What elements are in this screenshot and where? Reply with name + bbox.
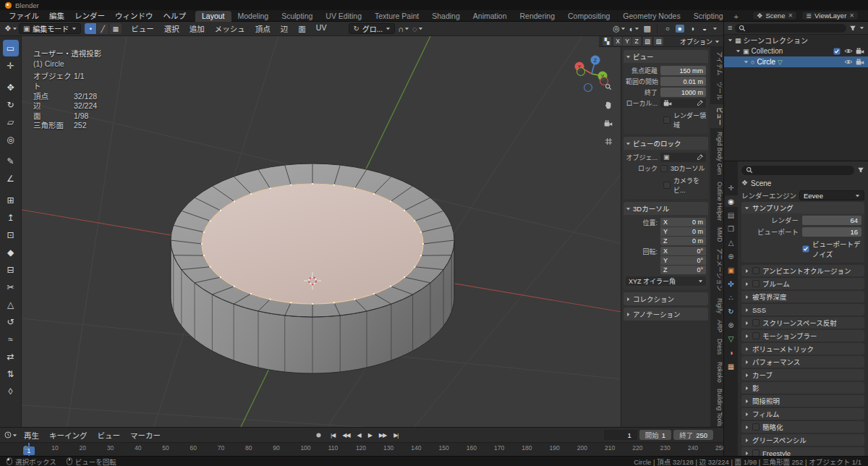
- viewport-menu-0[interactable]: ビュー: [126, 23, 159, 34]
- auto-key-button[interactable]: [315, 432, 322, 439]
- properties-tab-object-data[interactable]: ▽: [725, 333, 738, 344]
- tool-options-dropdown[interactable]: オプション: [680, 37, 720, 46]
- timeline-menu-1[interactable]: キーイング: [44, 430, 93, 441]
- properties-tab-view-layer[interactable]: ❐: [725, 223, 738, 234]
- shading-solid-button[interactable]: ●: [676, 25, 684, 33]
- properties-tab-material[interactable]: ◑: [725, 347, 738, 358]
- cursor-rotation-x-field[interactable]: X0°: [660, 247, 706, 255]
- timeline-menu-3[interactable]: マーカー: [125, 430, 166, 441]
- workspace-tab-4[interactable]: Texture Paint: [368, 11, 425, 22]
- cursor-location-x-field[interactable]: X0 m: [660, 218, 706, 226]
- view-lock-header[interactable]: ビューのロック: [624, 137, 708, 150]
- n-panel-tab-9[interactable]: Dress: [710, 336, 723, 357]
- workspace-tab-2[interactable]: Sculpting: [275, 11, 319, 22]
- n-panel-tab-11[interactable]: Building Tools: [710, 386, 723, 427]
- eyedropper-icon[interactable]: [697, 154, 703, 161]
- properties-tab-world[interactable]: ⊕: [725, 250, 738, 262]
- tool-cursor[interactable]: ✛: [3, 57, 19, 74]
- workspace-tab-9[interactable]: Geometry Nodes: [616, 11, 686, 22]
- checkbox-icon[interactable]: [752, 423, 760, 431]
- sampling-header[interactable]: サンプリング: [741, 202, 864, 213]
- timeline-editor-type-button[interactable]: [4, 431, 17, 439]
- cursor-rotation-z-field[interactable]: Z0°: [660, 266, 706, 274]
- topbar-menu-3[interactable]: ウィンドウ: [110, 12, 158, 20]
- correct-uv-icon[interactable]: ▧: [654, 37, 663, 46]
- tool-move[interactable]: ✥: [3, 79, 19, 96]
- caret-down-icon[interactable]: [728, 38, 733, 43]
- sampling-field-0[interactable]: 64: [802, 216, 861, 225]
- tool-extrude-region[interactable]: ↥: [3, 209, 19, 226]
- tool-measure[interactable]: ∠: [3, 170, 19, 187]
- pan-hand-icon[interactable]: [603, 99, 614, 111]
- view-section-header[interactable]: ビュー: [624, 50, 708, 63]
- topbar-menu-4[interactable]: ヘルプ: [158, 12, 192, 20]
- properties-tab-object[interactable]: ▣: [725, 264, 738, 276]
- n-panel-tab-6[interactable]: アニメーション: [710, 245, 723, 294]
- checkbox-icon[interactable]: [752, 280, 760, 287]
- viewport-scene[interactable]: XYZ: [22, 36, 723, 427]
- timeline-menu-0[interactable]: 再生: [19, 430, 44, 441]
- camera-view-icon[interactable]: [603, 117, 614, 129]
- outliner-row-2[interactable]: ○Circle▽: [724, 56, 868, 67]
- cursor-section-header[interactable]: 3Dカーソル: [624, 202, 708, 215]
- ortho-toggle-icon[interactable]: [603, 135, 614, 147]
- render-section-11[interactable]: フィルム: [741, 408, 864, 420]
- viewport-3d[interactable]: XYZ ユーザー・透視投影 (1) Circle オブジェクト1/1頂点32/1…: [22, 36, 723, 427]
- render-engine-dropdown[interactable]: Eevee: [799, 190, 864, 200]
- properties-tab-modifiers[interactable]: ✣: [725, 278, 738, 289]
- camera-to-view-checkbox[interactable]: カメラをビ...: [663, 176, 706, 195]
- tool-smooth[interactable]: ≈: [3, 331, 19, 347]
- render-section-3[interactable]: SSS: [741, 304, 864, 315]
- render-section-5[interactable]: モーションブラー: [741, 330, 864, 342]
- jump-to-start-button[interactable]: |◀: [328, 431, 338, 439]
- vertex-select-button[interactable]: •: [85, 23, 97, 34]
- outliner-row-0[interactable]: ▦シーンコレクション: [724, 35, 868, 46]
- render-section-10[interactable]: 間接照明: [741, 395, 864, 407]
- current-frame-field[interactable]: 1: [604, 430, 637, 440]
- shading-wireframe-button[interactable]: ○: [663, 25, 672, 33]
- zoom-icon[interactable]: [603, 81, 614, 93]
- play-button[interactable]: ▶: [365, 431, 375, 439]
- viewport-denoise-checkbox[interactable]: ビューポートデノイズ: [802, 239, 864, 259]
- workspace-tab-3[interactable]: UV Editing: [319, 11, 368, 22]
- outliner-row-1[interactable]: ▣Collection: [724, 46, 868, 56]
- eyedropper-icon[interactable]: [697, 100, 703, 106]
- filter-icon[interactable]: [849, 25, 856, 32]
- properties-search-input[interactable]: [741, 166, 854, 175]
- tool-transform[interactable]: ◎: [3, 131, 19, 148]
- properties-filter-icon[interactable]: [857, 166, 864, 174]
- camera-toggle-icon[interactable]: [855, 48, 864, 54]
- shading-material-button[interactable]: ◑: [688, 25, 697, 33]
- n-panel-tab-5[interactable]: MMD: [710, 224, 723, 245]
- eye-toggle-icon[interactable]: [843, 48, 853, 54]
- mode-dropdown[interactable]: ▣ 編集モード: [19, 23, 81, 34]
- sampling-field-1[interactable]: 16: [802, 227, 861, 237]
- n-panel-field-0[interactable]: 150 mm: [660, 66, 706, 75]
- topbar-menu-2[interactable]: レンダー: [69, 12, 110, 20]
- display-mode-icon[interactable]: ≡: [728, 24, 732, 32]
- tool-scale[interactable]: ▱: [3, 114, 19, 130]
- tool-add-cube[interactable]: ⊞: [3, 192, 19, 208]
- render-section-7[interactable]: パフォーマンス: [741, 356, 864, 368]
- tool-loop-cut[interactable]: ⊟: [3, 261, 19, 278]
- n-panel-field-1[interactable]: 0.01 m: [660, 77, 706, 86]
- rotation-mode-dropdown[interactable]: XYZ オイラー角: [626, 276, 706, 286]
- blender-logo-icon[interactable]: [5, 2, 12, 9]
- viewport-menu-2[interactable]: 追加: [184, 23, 210, 34]
- properties-tab-constraints[interactable]: ⊗: [725, 319, 738, 331]
- workspace-tab-10[interactable]: Scripting: [687, 11, 730, 22]
- tool-annotate[interactable]: ✎: [3, 153, 19, 169]
- tool-inset-faces[interactable]: ⊡: [3, 226, 19, 243]
- local-camera-field[interactable]: [660, 98, 706, 108]
- n-panel-tab-8[interactable]: ARP: [710, 317, 723, 335]
- scene-selector[interactable]: ❖ Scene ✕: [752, 11, 797, 20]
- n-panel-field-2[interactable]: 1000 m: [660, 88, 706, 97]
- render-region-checkbox[interactable]: レンダー領域: [663, 111, 706, 130]
- workspace-tab-8[interactable]: Compositing: [561, 11, 616, 22]
- prev-keyframe-button[interactable]: ◀◀: [339, 431, 352, 439]
- next-keyframe-button[interactable]: ▶▶: [376, 431, 389, 439]
- frame-end-field[interactable]: 終了 250: [673, 430, 713, 440]
- tool-edge-slide[interactable]: ⇄: [3, 348, 19, 365]
- transform-orientation-dropdown[interactable]: ↻ グロ...: [349, 23, 395, 34]
- render-section-9[interactable]: 影: [741, 382, 864, 394]
